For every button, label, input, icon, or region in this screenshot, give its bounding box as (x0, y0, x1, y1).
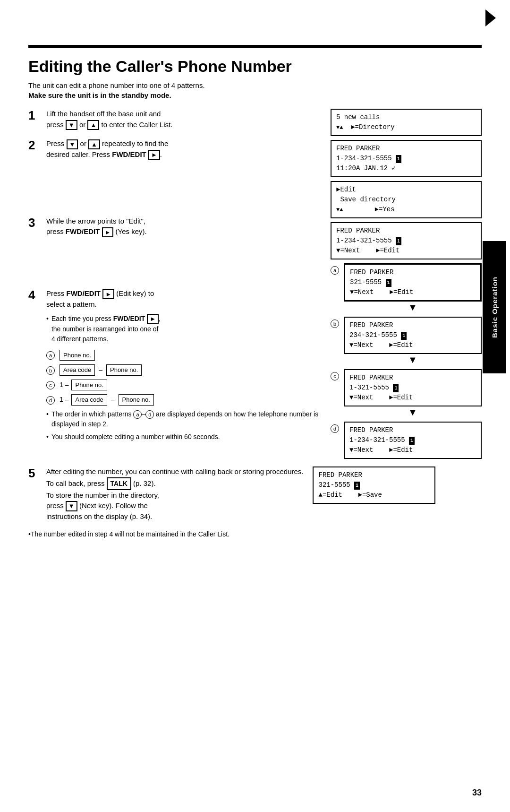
step5-display-line2: 321-5555 1 (318, 480, 430, 490)
step-2: 2 Press ▼ or ▲ repeatedly to find the de… (28, 138, 321, 160)
top-arrow-icon (485, 9, 496, 26)
diagram-b-line2: 234-321-5555 1 (349, 330, 476, 340)
diagram-b-row: b FRED PARKER 234-321-5555 1 ▼=Next ►=Ed… (331, 317, 482, 364)
step1-btn2: ▲ (87, 120, 99, 130)
display-step1-line1: 5 new calls (336, 112, 476, 122)
diagram-d-row: d FRED PARKER 1-234-321-5555 1 ▼=Next ►=… (331, 422, 482, 460)
display-diagram-d: FRED PARKER 1-234-321-5555 1 ▼=Next ►=Ed… (344, 422, 482, 459)
pattern-c-phone: Phone no. (71, 380, 107, 391)
step3-btn1: ► (102, 227, 114, 238)
display-step2b-line1: ►Edit (336, 185, 476, 195)
display-step2b-line2: Save directory (336, 195, 476, 205)
diagram-a-line3: ▼=Next ►=Edit (350, 287, 476, 297)
step-4-content: Press FWD/EDIT ► (Edit key) to select a … (46, 288, 321, 444)
bottom-note: •The number edited in step 4 will not be… (28, 530, 482, 538)
step-5: 5 After editing the number, you can cont… (28, 466, 482, 522)
step2-btn1: ▼ (67, 139, 78, 150)
arrow-a-to-b: ▼ (344, 302, 482, 312)
step5-text: After editing the number, you can contin… (46, 466, 303, 522)
diagram-d-line2: 1-234-321-5555 1 (349, 435, 476, 445)
step5-layout: After editing the number, you can contin… (46, 466, 435, 522)
diagram-c-label: c (331, 372, 340, 380)
pattern-d-phone: Phone no. (119, 394, 154, 406)
circled-d: d (46, 396, 55, 405)
step5-display-line1: FRED PARKER (318, 470, 430, 480)
display-diagram-a: FRED PARKER 321-5555 1 ▼=Next ►=Edit ◄ (344, 263, 482, 302)
diagram-a-label: a (331, 266, 340, 275)
arrow-c-to-d: ▼ (344, 407, 482, 417)
step-2-number: 2 (28, 138, 42, 152)
step5-next-btn: ▼ (66, 501, 77, 511)
display-step2-line1: FRED PARKER (336, 144, 476, 154)
intro-line2: Make sure the unit is in the standby mod… (28, 91, 482, 99)
step-1: 1 Lift the handset off the base unit and… (28, 109, 321, 130)
circled-a: a (46, 351, 55, 360)
step-5-number: 5 (28, 466, 42, 480)
page-number: 33 (472, 788, 482, 798)
step5-display-area: FRED PARKER 321-5555 1 ▲=Edit ►=Save (313, 466, 435, 505)
diagram-a-row: a FRED PARKER 321-5555 1 ▼=Next ►=Edit ◄… (331, 263, 482, 312)
talk-button: TALK (107, 477, 131, 490)
display-step2-line2: 1-234-321-5555 1 (336, 154, 476, 164)
step-3-content: While the arrow points to "Edit", press … (46, 216, 321, 237)
circled-c: c (46, 381, 55, 389)
diagram-c-line2: 1-321-5555 1 (349, 383, 476, 393)
display-step2b-line3: ▼▲ ►=Yes (336, 205, 476, 215)
step-4: 4 Press FWD/EDIT ► (Edit key) to select … (28, 288, 321, 444)
diagram-d-line1: FRED PARKER (349, 425, 476, 435)
diagram-d-label: d (331, 424, 340, 433)
diagram-b-label: b (331, 320, 340, 328)
step-1-content: Lift the handset off the base unit and p… (46, 109, 321, 130)
display-step3-line3: ▼=Next ►=Edit (336, 246, 476, 256)
circ-d2: d (145, 410, 154, 419)
step-3-number: 3 (28, 216, 42, 230)
pattern-d-area: Area code (71, 394, 107, 406)
step4-btn1: ► (102, 289, 114, 300)
pattern-a: a Phone no. (46, 350, 321, 361)
pattern-b-area: Area code (60, 364, 95, 376)
right-column: Basic Operation 5 new calls ▼▲ ►=Directo… (331, 109, 482, 462)
circled-b: b (46, 366, 55, 375)
step1-btn1: ▼ (66, 120, 77, 130)
icon-a: 1 (386, 279, 391, 287)
icon-step3: 1 (396, 237, 401, 245)
bottom-note-text: •The number edited in step 4 will not be… (28, 530, 230, 538)
step4-bullets: • Each time you press FWD/EDIT ►, the nu… (46, 314, 321, 344)
step2-btn2: ▲ (88, 139, 100, 150)
display-step3-line1: FRED PARKER (336, 226, 476, 236)
diagram-b-line3: ▼=Next ►=Edit (349, 340, 476, 350)
circ-a2: a (133, 410, 142, 419)
icon-step5: 1 (354, 482, 360, 490)
diagram-c-line1: FRED PARKER (349, 373, 476, 383)
display-step2b: ►Edit Save directory ▼▲ ►=Yes (331, 181, 482, 218)
icon-d: 1 (409, 437, 415, 445)
page: Editing the Caller's Phone Number The un… (0, 0, 510, 812)
display-step2-line3: 11:20A JAN.12 ✓ (336, 164, 476, 173)
pattern-b: b Area code – Phone no. (46, 364, 321, 376)
arrow-b-to-c: ▼ (344, 355, 482, 364)
icon-step2: 1 (396, 155, 401, 163)
step-1-number: 1 (28, 109, 42, 122)
pattern-list: a Phone no. b Area code – Phone no. c 1 … (46, 350, 321, 406)
diagram-d-line3: ▼=Next ►=Edit (349, 445, 476, 455)
top-divider (28, 45, 482, 48)
display-step5: FRED PARKER 321-5555 1 ▲=Edit ►=Save (313, 466, 435, 504)
main-content: 1 Lift the handset off the base unit and… (28, 109, 482, 462)
step-2-content: Press ▼ or ▲ repeatedly to find the desi… (46, 138, 321, 160)
intro-line1: The unit can edit a phone number into on… (28, 81, 482, 89)
pattern-d: d 1 – Area code – Phone no. (46, 394, 321, 406)
step-3: 3 While the arrow points to "Edit", pres… (28, 216, 321, 237)
page-title: Editing the Caller's Phone Number (28, 57, 482, 76)
display-step2: FRED PARKER 1-234-321-5555 1 11:20A JAN.… (331, 140, 482, 177)
left-column: 1 Lift the handset off the base unit and… (28, 109, 331, 462)
diagram-a-line2: 321-5555 1 (350, 277, 476, 287)
step2-btn3: ► (148, 150, 160, 160)
step5-display-line3: ▲=Edit ►=Save (318, 490, 430, 500)
step4-fwdedit-icon: ► (147, 314, 159, 324)
diagram-b-line1: FRED PARKER (349, 320, 476, 330)
display-diagram-b: FRED PARKER 234-321-5555 1 ▼=Next ►=Edit (344, 317, 482, 354)
display-diagram-c: FRED PARKER 1-321-5555 1 ▼=Next ►=Edit (344, 369, 482, 406)
pattern-c: c 1 – Phone no. (46, 380, 321, 391)
diagram-c-line3: ▼=Next ►=Edit (349, 393, 476, 403)
pattern-b-phone: Phone no. (106, 364, 142, 376)
